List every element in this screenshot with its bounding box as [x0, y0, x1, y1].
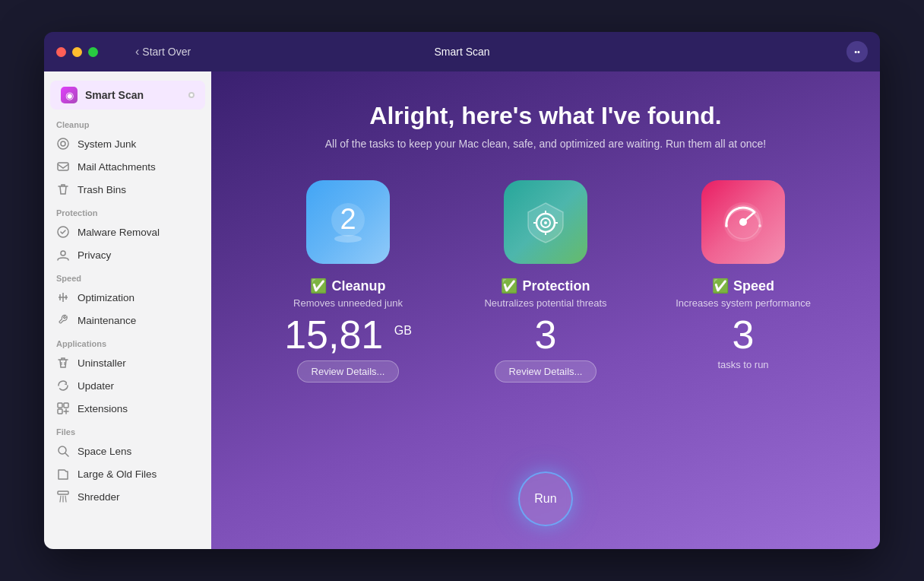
sidebar: ◉ Smart Scan Cleanup System Junk — [44, 71, 211, 549]
cleanup-icon-wrap: 2 — [306, 180, 390, 264]
svg-point-25 — [544, 221, 547, 224]
avatar[interactable]: •• — [846, 41, 868, 62]
uninstaller-icon — [56, 356, 70, 370]
updater-icon — [56, 379, 70, 392]
speed-icon-wrap — [701, 180, 785, 264]
maximize-button[interactable] — [88, 47, 98, 57]
svg-point-4 — [61, 251, 65, 256]
sidebar-item-optimization[interactable]: Optimization — [44, 286, 211, 309]
malware-removal-icon — [56, 225, 70, 239]
svg-rect-12 — [64, 403, 68, 408]
cleanup-check-icon: ✅ — [310, 278, 327, 294]
svg-point-0 — [58, 138, 68, 149]
system-junk-label: System Junk — [78, 138, 136, 150]
cleanup-value: 15,81 GB — [284, 315, 412, 354]
svg-rect-11 — [58, 403, 62, 408]
speed-desc: Increases system performance — [676, 297, 811, 309]
maintenance-label: Maintenance — [78, 315, 136, 326]
traffic-lights — [56, 47, 98, 57]
speed-icon — [717, 195, 770, 249]
minimize-button[interactable] — [72, 47, 82, 57]
speed-section-label: Speed — [44, 266, 211, 286]
cleanup-card: 2 ✅ Cleanup Removes unneeded junk 15,81 … — [257, 180, 439, 383]
main-window: ‹ Start Over Smart Scan •• ◉ Smart Scan … — [44, 32, 880, 549]
system-junk-icon — [56, 137, 70, 151]
back-button[interactable]: ‹ Start Over — [135, 45, 191, 59]
content-subtitle: All of the tasks to keep your Mac clean,… — [325, 138, 767, 150]
maintenance-icon — [56, 313, 70, 327]
cleanup-section-label: Cleanup — [44, 113, 211, 132]
sidebar-item-malware-removal[interactable]: Malware Removal — [44, 221, 211, 243]
uninstaller-label: Uninstaller — [78, 357, 126, 369]
trash-bins-label: Trash Bins — [78, 184, 126, 195]
mail-attachments-icon — [56, 160, 70, 173]
applications-section-label: Applications — [44, 332, 211, 351]
main-content: ◉ Smart Scan Cleanup System Junk — [44, 71, 880, 549]
sidebar-item-smart-scan[interactable]: ◉ Smart Scan — [50, 81, 205, 110]
speed-card: ✅ Speed Increases system performance 3 t… — [652, 180, 834, 370]
large-old-files-label: Large & Old Files — [78, 468, 157, 480]
protection-name-row: ✅ Protection — [501, 278, 590, 294]
files-section-label: Files — [44, 420, 211, 440]
speed-value: 3 — [733, 315, 755, 354]
space-lens-label: Space Lens — [78, 446, 131, 457]
protection-check-icon: ✅ — [501, 278, 517, 294]
run-button[interactable]: Run — [518, 471, 573, 526]
svg-rect-2 — [58, 163, 68, 170]
protection-review-button[interactable]: Review Details... — [495, 360, 597, 383]
extensions-label: Extensions — [78, 403, 128, 414]
cleanup-unit: GB — [394, 324, 412, 337]
smart-scan-label: Smart Scan — [85, 89, 181, 101]
space-lens-icon — [56, 444, 70, 458]
protection-name: Protection — [522, 278, 590, 294]
cleanup-review-button[interactable]: Review Details... — [297, 360, 400, 383]
speed-name-row: ✅ Speed — [712, 278, 774, 294]
sidebar-item-trash-bins[interactable]: Trash Bins — [44, 178, 211, 201]
chevron-left-icon: ‹ — [135, 45, 139, 59]
sidebar-item-large-old-files[interactable]: Large & Old Files — [44, 462, 211, 485]
speed-check-icon: ✅ — [712, 278, 729, 294]
svg-rect-13 — [58, 409, 62, 414]
sidebar-item-system-junk[interactable]: System Junk — [44, 132, 211, 155]
svg-text:2: 2 — [340, 203, 356, 235]
optimization-icon — [56, 290, 70, 304]
malware-removal-label: Malware Removal — [78, 227, 160, 238]
svg-line-15 — [65, 453, 68, 456]
back-label: Start Over — [142, 46, 191, 58]
svg-point-35 — [758, 224, 761, 227]
run-button-wrap: Run — [518, 471, 573, 526]
shredder-label: Shredder — [78, 491, 120, 503]
cleanup-desc: Removes unneeded junk — [293, 297, 403, 309]
cleanup-name: Cleanup — [331, 278, 385, 294]
cleanup-icon: 2 — [321, 195, 375, 249]
close-button[interactable] — [56, 47, 66, 57]
sidebar-item-updater[interactable]: Updater — [44, 374, 211, 397]
shredder-icon — [56, 490, 70, 503]
content-title: Alright, here's what I've found. — [369, 102, 721, 130]
svg-point-22 — [334, 235, 362, 243]
content-area: Alright, here's what I've found. All of … — [211, 71, 880, 549]
svg-point-1 — [61, 141, 65, 146]
protection-section-label: Protection — [44, 201, 211, 221]
cards-row: 2 ✅ Cleanup Removes unneeded junk 15,81 … — [257, 180, 834, 383]
sidebar-item-space-lens[interactable]: Space Lens — [44, 440, 211, 462]
sidebar-item-shredder[interactable]: Shredder — [44, 485, 211, 508]
cleanup-name-row: ✅ Cleanup — [310, 278, 385, 294]
titlebar: ‹ Start Over Smart Scan •• — [44, 32, 880, 71]
optimization-label: Optimization — [78, 292, 134, 303]
protection-card: ✅ Protection Neutralizes potential threa… — [454, 180, 637, 383]
sidebar-item-mail-attachments[interactable]: Mail Attachments — [44, 155, 211, 178]
sidebar-item-uninstaller[interactable]: Uninstaller — [44, 351, 211, 374]
window-title: Smart Scan — [434, 46, 489, 58]
protection-value: 3 — [535, 315, 557, 354]
sidebar-item-maintenance[interactable]: Maintenance — [44, 309, 211, 332]
smart-scan-icon: ◉ — [61, 87, 78, 103]
updater-label: Updater — [78, 380, 114, 392]
speed-name: Speed — [733, 278, 774, 294]
extensions-icon — [56, 402, 70, 415]
protection-icon — [519, 195, 572, 249]
svg-line-19 — [65, 496, 66, 502]
sidebar-item-extensions[interactable]: Extensions — [44, 397, 211, 420]
sidebar-item-privacy[interactable]: Privacy — [44, 243, 211, 266]
privacy-icon — [56, 248, 70, 262]
